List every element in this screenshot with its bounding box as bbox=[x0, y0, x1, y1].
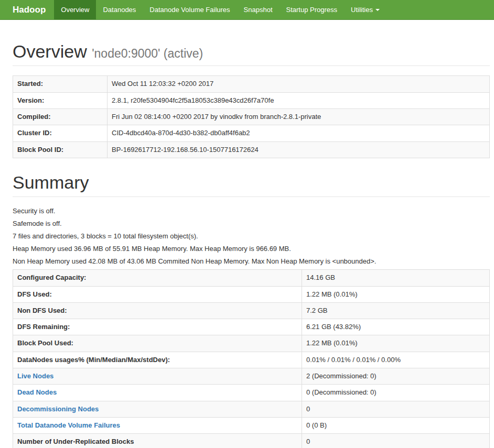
summary-row-label: Dead Nodes bbox=[13, 385, 302, 401]
utilities-label: Utilities bbox=[351, 6, 373, 14]
summary-table: Configured Capacity: 14.16 GB DFS Used: … bbox=[13, 269, 490, 448]
summary-row-label: Live Nodes bbox=[13, 368, 302, 385]
decommissioning-nodes-link[interactable]: Decommissioning Nodes bbox=[17, 405, 99, 413]
filesystem-objects-status: 7 files and directories, 3 blocks = 10 t… bbox=[13, 232, 490, 241]
table-row: DataNodes usages% (Min/Median/Max/stdDev… bbox=[13, 352, 490, 368]
top-navbar: Hadoop Overview Datanodes Datanode Volum… bbox=[0, 0, 494, 20]
table-row: Block Pool Used: 1.22 MB (0.01%) bbox=[13, 335, 490, 352]
summary-status-text: Security is off. Safemode is off. 7 file… bbox=[13, 206, 490, 266]
title-divider bbox=[13, 65, 490, 66]
info-row-value: BP-1692617712-192.168.56.10-150771617262… bbox=[108, 141, 490, 158]
summary-row-label: Non DFS Used: bbox=[13, 302, 302, 319]
summary-row-label: DFS Used: bbox=[13, 286, 302, 302]
nav-item-snapshot[interactable]: Snapshot bbox=[237, 0, 280, 19]
nav-item-overview[interactable]: Overview bbox=[54, 0, 96, 19]
summary-row-label: DFS Remaining: bbox=[13, 319, 302, 335]
nav-item-datanode-volume-failures[interactable]: Datanode Volume Failures bbox=[143, 0, 237, 19]
summary-row-label: Total Datanode Volume Failures bbox=[13, 417, 302, 433]
info-row-label: Version: bbox=[13, 92, 108, 108]
summary-row-value: 7.2 GB bbox=[302, 302, 490, 319]
security-status: Security is off. bbox=[13, 206, 490, 216]
summary-row-value: 14.16 GB bbox=[302, 270, 490, 286]
table-row: Decommissioning Nodes 0 bbox=[13, 401, 490, 417]
heap-memory-status: Heap Memory used 36.96 MB of 55.91 MB He… bbox=[13, 244, 490, 254]
nav-item-startup-progress[interactable]: Startup Progress bbox=[280, 0, 345, 19]
info-row-label: Started: bbox=[13, 76, 108, 92]
nav-item-datanodes[interactable]: Datanodes bbox=[96, 0, 143, 19]
summary-row-value: 0 (0 B) bbox=[302, 417, 490, 433]
table-row: DFS Used: 1.22 MB (0.01%) bbox=[13, 286, 490, 302]
table-row: Block Pool ID: BP-1692617712-192.168.56.… bbox=[13, 141, 490, 158]
summary-row-label: Decommissioning Nodes bbox=[13, 401, 302, 417]
chevron-down-icon bbox=[375, 9, 380, 11]
table-row: Non DFS Used: 7.2 GB bbox=[13, 302, 490, 319]
hadoop-brand[interactable]: Hadoop bbox=[0, 0, 54, 19]
nav-item-utilities-dropdown[interactable]: Utilities bbox=[344, 0, 386, 19]
summary-title: Summary bbox=[13, 173, 490, 192]
safemode-status: Safemode is off. bbox=[13, 219, 490, 228]
table-row: Dead Nodes 0 (Decommissioned: 0) bbox=[13, 385, 490, 401]
summary-row-value: 0 bbox=[302, 434, 490, 448]
summary-row-label: Block Pool Used: bbox=[13, 335, 302, 352]
info-row-value: Fri Jun 02 08:14:00 +0200 2017 by vinodk… bbox=[108, 108, 490, 125]
table-row: Live Nodes 2 (Decommissioned: 0) bbox=[13, 368, 490, 385]
table-row: Started: Wed Oct 11 12:03:32 +0200 2017 bbox=[13, 76, 490, 92]
summary-row-value: 0 (Decommissioned: 0) bbox=[302, 385, 490, 401]
table-row: Version: 2.8.1, r20fe5304904fc2f5a18053c… bbox=[13, 92, 490, 108]
page-title-text: Overview bbox=[13, 41, 87, 61]
info-row-label: Cluster ID: bbox=[13, 125, 108, 141]
summary-row-value: 1.22 MB (0.01%) bbox=[302, 335, 490, 352]
total-datanode-volume-failures-link[interactable]: Total Datanode Volume Failures bbox=[17, 421, 120, 429]
table-row: Configured Capacity: 14.16 GB bbox=[13, 270, 490, 286]
info-row-value: CID-4dbcd40a-870d-4d30-b382-db0aff4f6ab2 bbox=[108, 125, 490, 141]
info-row-value: Wed Oct 11 12:03:32 +0200 2017 bbox=[108, 76, 490, 92]
summary-row-value: 2 (Decommissioned: 0) bbox=[302, 368, 490, 385]
summary-divider bbox=[13, 196, 490, 197]
dead-nodes-link[interactable]: Dead Nodes bbox=[17, 388, 57, 396]
page-title: Overview 'node0:9000' (active) bbox=[13, 42, 490, 61]
table-row: Total Datanode Volume Failures 0 (0 B) bbox=[13, 417, 490, 433]
non-heap-memory-status: Non Heap Memory used 42.08 MB of 43.06 M… bbox=[13, 257, 490, 266]
info-row-value: 2.8.1, r20fe5304904fc2f5a18053c389e43cd2… bbox=[108, 92, 490, 108]
cluster-info-table: Started: Wed Oct 11 12:03:32 +0200 2017 … bbox=[13, 75, 490, 158]
live-nodes-link[interactable]: Live Nodes bbox=[17, 372, 53, 380]
table-row: Cluster ID: CID-4dbcd40a-870d-4d30-b382-… bbox=[13, 125, 490, 141]
summary-row-label: DataNodes usages% (Min/Median/Max/stdDev… bbox=[13, 352, 302, 368]
summary-row-value: 6.21 GB (43.82%) bbox=[302, 319, 490, 335]
summary-row-value: 0 bbox=[302, 401, 490, 417]
summary-row-value: 1.22 MB (0.01%) bbox=[302, 286, 490, 302]
summary-row-label: Number of Under-Replicated Blocks bbox=[13, 434, 302, 448]
summary-row-label: Configured Capacity: bbox=[13, 270, 302, 286]
info-row-label: Block Pool ID: bbox=[13, 141, 108, 158]
info-row-label: Compiled: bbox=[13, 108, 108, 125]
table-row: Compiled: Fri Jun 02 08:14:00 +0200 2017… bbox=[13, 108, 490, 125]
summary-row-value: 0.01% / 0.01% / 0.01% / 0.00% bbox=[302, 352, 490, 368]
table-row: Number of Under-Replicated Blocks 0 bbox=[13, 434, 490, 448]
namenode-address-subtitle: 'node0:9000' (active) bbox=[92, 47, 203, 60]
table-row: DFS Remaining: 6.21 GB (43.82%) bbox=[13, 319, 490, 335]
